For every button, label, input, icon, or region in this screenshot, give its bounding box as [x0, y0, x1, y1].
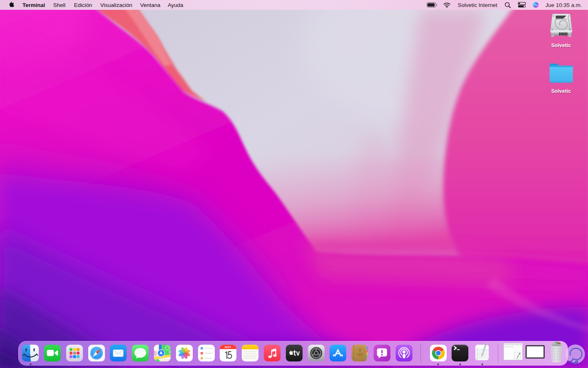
svg-text:SEPT.: SEPT.: [225, 346, 232, 348]
